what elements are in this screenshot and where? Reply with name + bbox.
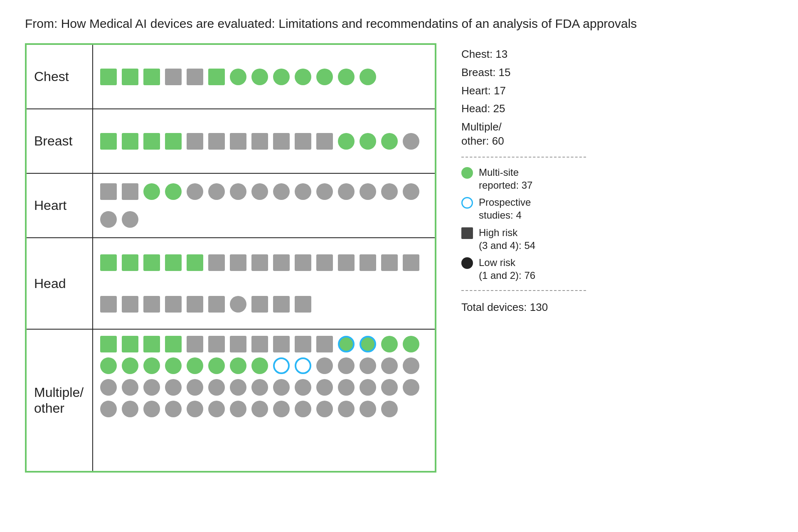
- legend-multisite: Multi-site reported: 37: [461, 166, 586, 192]
- symbol: [164, 132, 183, 151]
- symbol: [121, 210, 140, 229]
- legend-heart: Heart: 17: [461, 84, 586, 98]
- symbol: [142, 356, 161, 375]
- symbol: [401, 132, 421, 151]
- symbol: [315, 335, 334, 354]
- symbol: [337, 253, 356, 272]
- breast-symbols: [93, 109, 435, 173]
- symbol: [142, 335, 161, 354]
- symbol: [121, 67, 140, 86]
- symbol: [142, 399, 161, 419]
- symbol: [293, 67, 313, 86]
- symbol: [164, 182, 183, 201]
- symbol: [99, 210, 118, 229]
- symbol: [121, 378, 140, 397]
- legend-divider-2: [461, 290, 586, 291]
- symbol: [185, 132, 204, 151]
- symbol: [380, 378, 399, 397]
- prospective-label: Prospective studies: 4: [479, 196, 531, 222]
- symbol: [293, 378, 313, 397]
- page-title: From: How Medical AI devices are evaluat…: [25, 17, 637, 31]
- symbol: [121, 132, 140, 151]
- symbol: [272, 378, 291, 397]
- symbol: [337, 399, 356, 419]
- symbol: [401, 356, 421, 375]
- legend: Chest: 13 Breast: 15 Heart: 17 Head: 25 …: [461, 43, 586, 314]
- symbol: [229, 295, 248, 314]
- multiple-symbols: [93, 330, 435, 471]
- symbol: [380, 132, 399, 151]
- symbol: [380, 253, 399, 272]
- symbol: [401, 378, 421, 397]
- symbol: [164, 253, 183, 272]
- symbol: [99, 399, 118, 419]
- symbol: [207, 335, 226, 354]
- chart-container: Chest: [25, 43, 436, 473]
- symbol: [272, 335, 291, 354]
- legend-divider-1: [461, 157, 586, 158]
- symbol: [229, 378, 248, 397]
- symbol: [121, 295, 140, 314]
- symbol: [185, 399, 204, 419]
- symbol: [337, 67, 356, 86]
- symbol: [121, 335, 140, 354]
- symbol: [250, 132, 269, 151]
- symbol: [315, 378, 334, 397]
- symbol: [229, 356, 248, 375]
- symbol: [229, 182, 248, 201]
- symbol: [337, 356, 356, 375]
- symbol: [401, 335, 421, 354]
- symbol: [315, 399, 334, 419]
- symbol: [185, 295, 204, 314]
- low-risk-label: Low risk (1 and 2): 76: [479, 256, 535, 282]
- head-symbols: [93, 238, 435, 329]
- symbol: [142, 132, 161, 151]
- symbol: [293, 253, 313, 272]
- symbol: [250, 253, 269, 272]
- symbol: [99, 378, 118, 397]
- symbol: [164, 356, 183, 375]
- symbol: [272, 182, 291, 201]
- symbol: [272, 132, 291, 151]
- chest-label: Chest: [27, 45, 93, 108]
- symbol: [358, 67, 377, 86]
- symbol: [185, 356, 204, 375]
- symbol: [207, 378, 226, 397]
- symbol: [185, 67, 204, 86]
- symbol: [358, 182, 377, 201]
- multiple-label: Multiple/ other: [27, 330, 93, 471]
- legend-high-risk: High risk (3 and 4): 54: [461, 226, 586, 252]
- symbol: [293, 399, 313, 419]
- symbol: [358, 378, 377, 397]
- high-risk-label: High risk (3 and 4): 54: [479, 226, 535, 252]
- symbol: [358, 335, 377, 354]
- symbol: [142, 295, 161, 314]
- symbol: [337, 335, 356, 354]
- legend-breast: Breast: 15: [461, 66, 586, 80]
- symbol: [250, 295, 269, 314]
- chest-row: Chest: [27, 45, 435, 109]
- symbol: [207, 253, 226, 272]
- symbol: [164, 295, 183, 314]
- symbol: [99, 67, 118, 86]
- symbol: [99, 182, 118, 201]
- symbol: [250, 399, 269, 419]
- symbol: [337, 182, 356, 201]
- symbol: [272, 67, 291, 86]
- symbol: [142, 182, 161, 201]
- symbol: [142, 253, 161, 272]
- symbol: [272, 399, 291, 419]
- symbol: [121, 182, 140, 201]
- symbol: [164, 335, 183, 354]
- symbol: [99, 253, 118, 272]
- symbol: [121, 253, 140, 272]
- symbol: [293, 356, 313, 375]
- symbol: [272, 253, 291, 272]
- breast-label: Breast: [27, 109, 93, 173]
- symbol: [293, 335, 313, 354]
- main-content: Chest: [25, 43, 586, 473]
- chest-symbols: [93, 45, 435, 108]
- symbol: [293, 182, 313, 201]
- symbol: [229, 335, 248, 354]
- symbol: [315, 132, 334, 151]
